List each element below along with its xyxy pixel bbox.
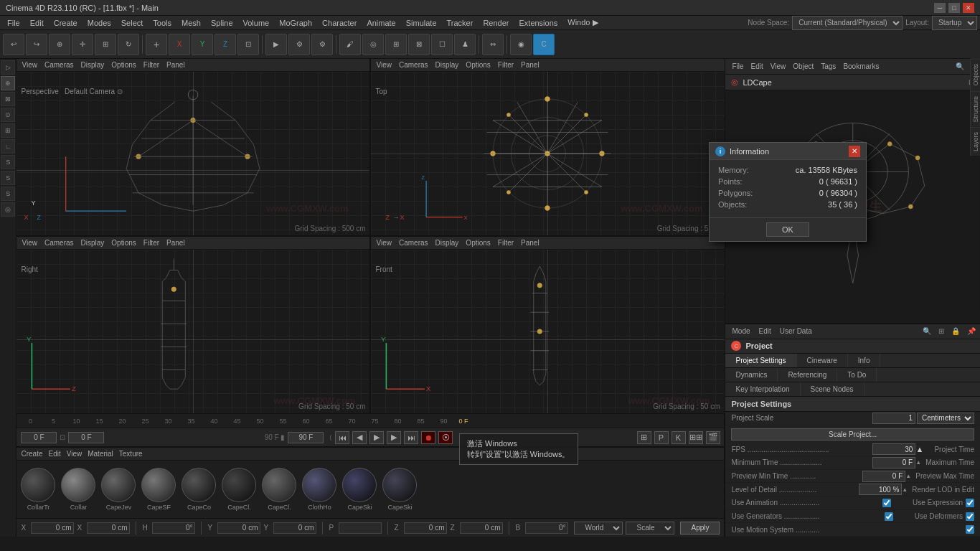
rotate-x-button[interactable]: X (169, 34, 190, 55)
attr-user-data[interactable]: User Data (778, 327, 814, 335)
viewport-right[interactable]: View Cameras Display Options Filter Pane… (17, 237, 371, 413)
y2-input[interactable] (273, 522, 316, 534)
material-capeco[interactable]: CapeCo (182, 468, 216, 511)
prev-frame-button[interactable]: ◀ (352, 431, 367, 444)
vp-front-filter[interactable]: Filter (496, 239, 516, 247)
menu-extensions[interactable]: Extensions (514, 17, 562, 29)
menu-file[interactable]: File (3, 17, 24, 29)
snap-tool-button[interactable]: ⊞ (637, 431, 651, 444)
menu-render[interactable]: Render (479, 17, 513, 29)
paint-button[interactable]: 🖌 (339, 34, 361, 55)
menu-animate[interactable]: Animate (362, 17, 400, 29)
vp-top-cameras[interactable]: Cameras (397, 61, 430, 69)
fps-input[interactable] (872, 443, 915, 455)
vp-top-panel[interactable]: Panel (519, 61, 542, 69)
om-object[interactable]: Object (791, 62, 816, 70)
next-frame-button[interactable]: ▶ (387, 431, 401, 444)
tab-referencing[interactable]: Referencing (778, 368, 837, 382)
menu-create[interactable]: Create (50, 17, 82, 29)
vp-panel[interactable]: Panel (164, 61, 187, 69)
vp-right-view[interactable]: View (19, 239, 39, 247)
rotate-button[interactable]: ↻ (118, 34, 139, 55)
node-space-dropdown[interactable]: Current (Standard/Physical) (792, 16, 903, 30)
use-generators-cb[interactable] (885, 512, 893, 521)
tab-key-interpolation[interactable]: Key Interpolation (725, 382, 800, 396)
attr-filter-icon[interactable]: ⊞ (938, 327, 944, 335)
menu-modes[interactable]: Modes (83, 17, 116, 29)
vp-options[interactable]: Options (109, 61, 138, 69)
live-select-button[interactable]: ⊕ (49, 34, 70, 55)
left-icon-4[interactable]: ⊙ (1, 108, 15, 122)
viewport-front[interactable]: View Cameras Display Options Filter Pane… (371, 237, 724, 413)
record-button[interactable]: ⏺ (421, 431, 435, 444)
x2-input[interactable] (87, 522, 130, 534)
time-input-end[interactable] (288, 432, 324, 443)
render-settings-button[interactable]: ⚙ (288, 34, 310, 55)
left-icon-8[interactable]: S (1, 171, 15, 185)
mat-view[interactable]: View (67, 450, 83, 458)
mat-texture[interactable]: Texture (119, 450, 143, 458)
use-animation-cb[interactable] (882, 499, 891, 507)
scene-button[interactable]: ☐ (431, 34, 453, 55)
left-icon-7[interactable]: S (1, 155, 15, 169)
rotate-y-button[interactable]: Y (192, 34, 213, 55)
object-button[interactable]: ⊠ (408, 34, 430, 55)
menu-tools[interactable]: Tools (149, 17, 176, 29)
vp-top-filter[interactable]: Filter (496, 61, 516, 69)
world-dropdown[interactable]: World (574, 522, 623, 534)
menu-character[interactable]: Character (318, 17, 361, 29)
tab-dynamics[interactable]: Dynamics (725, 368, 778, 382)
vp-front-display[interactable]: Display (433, 239, 461, 247)
menu-tracker[interactable]: Tracker (443, 17, 478, 29)
menu-edit[interactable]: Edit (26, 17, 48, 29)
vp-cameras[interactable]: Cameras (42, 61, 76, 69)
char-button[interactable]: ♟ (454, 34, 476, 55)
vp-display[interactable]: Display (79, 61, 107, 69)
material-capesk1[interactable]: CapeSki (342, 468, 377, 511)
menu-simulate[interactable]: Simulate (402, 17, 441, 29)
vp-right-cameras[interactable]: Cameras (42, 239, 76, 247)
left-icon-3[interactable]: ⊠ (1, 92, 15, 106)
layout-dropdown[interactable]: Startup (932, 16, 977, 30)
attr-edit[interactable]: Edit (757, 327, 773, 335)
attr-lock-icon[interactable]: 🔒 (951, 327, 960, 335)
apply-button[interactable]: Apply (680, 522, 720, 534)
vp-front-cameras[interactable]: Cameras (397, 239, 430, 247)
z2-input[interactable] (460, 522, 503, 534)
mat-edit[interactable]: Edit (48, 450, 60, 458)
texture-button[interactable]: ⊞ (385, 34, 407, 55)
mat-create[interactable]: Create (21, 450, 42, 458)
h-input[interactable] (152, 522, 195, 534)
left-icon-10[interactable]: ◎ (1, 202, 15, 217)
y-input[interactable] (217, 522, 260, 534)
menu-windo[interactable]: Windo ▶ (563, 17, 602, 29)
minimize-button[interactable]: ─ (934, 3, 946, 13)
vp-right-panel[interactable]: Panel (164, 239, 187, 247)
vp-front-options[interactable]: Options (463, 239, 492, 247)
side-tab-objects[interactable]: Objects (971, 59, 980, 90)
render-queue-button[interactable]: ⚙ (311, 34, 333, 55)
redo-button[interactable]: ↪ (26, 34, 47, 55)
b-input[interactable] (525, 522, 568, 534)
vp-top-display[interactable]: Display (433, 61, 461, 69)
close-button[interactable]: ✕ (963, 3, 974, 13)
side-tab-layers[interactable]: Layers (971, 127, 980, 156)
tab-cineware[interactable]: Cineware (797, 354, 848, 367)
time-input-current[interactable] (68, 432, 104, 443)
rotate-z-button[interactable]: Z (215, 34, 236, 55)
om-search-icon[interactable]: 🔍 (956, 62, 964, 70)
material-clothho[interactable]: ClothHo (302, 468, 336, 511)
vp-right-display[interactable]: Display (79, 239, 107, 247)
icon-film[interactable]: 🎬 (706, 431, 720, 444)
left-icon-9[interactable]: S (1, 187, 15, 201)
param-button[interactable]: P (654, 431, 669, 444)
material-capesf[interactable]: CapeSF (141, 468, 176, 511)
p-input[interactable] (339, 522, 382, 534)
vp-right-options[interactable]: Options (109, 239, 138, 247)
vp-top-options[interactable]: Options (463, 61, 492, 69)
time-input-start[interactable] (21, 432, 57, 443)
project-scale-unit[interactable]: Centimeters (917, 413, 974, 424)
scale-dropdown[interactable]: Scale (626, 522, 674, 534)
material-capesk2[interactable]: CapeSki (382, 468, 417, 511)
menu-volume[interactable]: Volume (239, 17, 274, 29)
